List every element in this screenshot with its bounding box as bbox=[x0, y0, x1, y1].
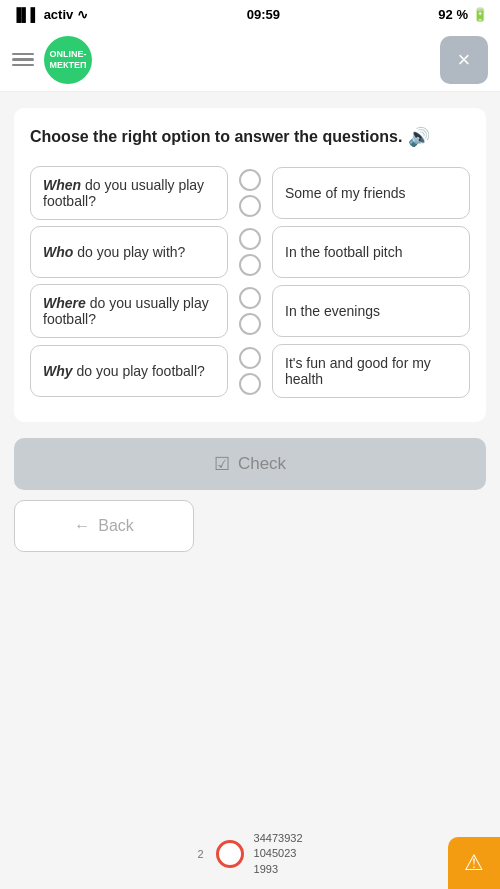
answer-card-3: In the evenings bbox=[272, 285, 470, 337]
question-card-3: Where do you usually play football? bbox=[30, 284, 228, 338]
answer-card-4: It's fun and good for my health bbox=[272, 344, 470, 398]
carrier-label: activ bbox=[44, 7, 74, 22]
warning-button[interactable]: ⚠ bbox=[448, 837, 500, 889]
radio-left-4[interactable] bbox=[239, 347, 261, 369]
app-logo: ONLINE- МЕКТЕП bbox=[44, 36, 92, 84]
question-card-2: Who do you play with? bbox=[30, 226, 228, 278]
header: ONLINE- МЕКТЕП × bbox=[0, 28, 500, 92]
wifi-icon: ∿ bbox=[77, 7, 88, 22]
status-left: ▐▌▌ activ ∿ bbox=[12, 7, 88, 22]
radio-group-4 bbox=[232, 347, 268, 395]
footer-numbers: 34473932 1045023 1993 bbox=[254, 831, 303, 877]
radio-right-1[interactable] bbox=[239, 195, 261, 217]
answer-card-1: Some of my friends bbox=[272, 167, 470, 219]
answer-card-2: In the football pitch bbox=[272, 226, 470, 278]
match-row: Why do you play football? It's fun and g… bbox=[30, 344, 470, 398]
close-button[interactable]: × bbox=[440, 36, 488, 84]
battery-icon: 🔋 bbox=[472, 7, 488, 22]
page-number: 2 bbox=[197, 848, 203, 860]
question-card-1: When do you usually play football? bbox=[30, 166, 228, 220]
match-row: When do you usually play football? Some … bbox=[30, 166, 470, 220]
header-left: ONLINE- МЕКТЕП bbox=[12, 36, 92, 84]
question-card-4: Why do you play football? bbox=[30, 345, 228, 397]
status-time: 09:59 bbox=[247, 7, 280, 22]
status-right: 92 % 🔋 bbox=[438, 7, 488, 22]
match-row: Who do you play with? In the football pi… bbox=[30, 226, 470, 278]
radio-right-2[interactable] bbox=[239, 254, 261, 276]
check-icon: ☑ bbox=[214, 453, 230, 475]
signal-icon: ▐▌▌ bbox=[12, 7, 40, 22]
battery-label: 92 % bbox=[438, 7, 468, 22]
radio-left-2[interactable] bbox=[239, 228, 261, 250]
radio-group-1 bbox=[232, 169, 268, 217]
radio-left-1[interactable] bbox=[239, 169, 261, 191]
radio-right-4[interactable] bbox=[239, 373, 261, 395]
footer: 2 34473932 1045023 1993 ⚠ bbox=[0, 819, 500, 889]
radio-left-3[interactable] bbox=[239, 287, 261, 309]
status-bar: ▐▌▌ activ ∿ 09:59 92 % 🔋 bbox=[0, 0, 500, 28]
back-arrow-icon: ← bbox=[74, 517, 90, 535]
main-content: Choose the right option to answer the qu… bbox=[14, 108, 486, 422]
footer-circle-icon bbox=[216, 840, 244, 868]
radio-group-3 bbox=[232, 287, 268, 335]
warning-icon: ⚠ bbox=[464, 850, 484, 876]
matching-exercise: When do you usually play football? Some … bbox=[30, 166, 470, 398]
match-row: Where do you usually play football? In t… bbox=[30, 284, 470, 338]
speaker-icon[interactable]: 🔊 bbox=[408, 126, 430, 148]
radio-group-2 bbox=[232, 228, 268, 276]
check-button[interactable]: ☑ Check bbox=[14, 438, 486, 490]
back-button[interactable]: ← Back bbox=[14, 500, 194, 552]
radio-right-3[interactable] bbox=[239, 313, 261, 335]
instruction-text: Choose the right option to answer the qu… bbox=[30, 126, 470, 148]
hamburger-menu-button[interactable] bbox=[12, 53, 34, 67]
